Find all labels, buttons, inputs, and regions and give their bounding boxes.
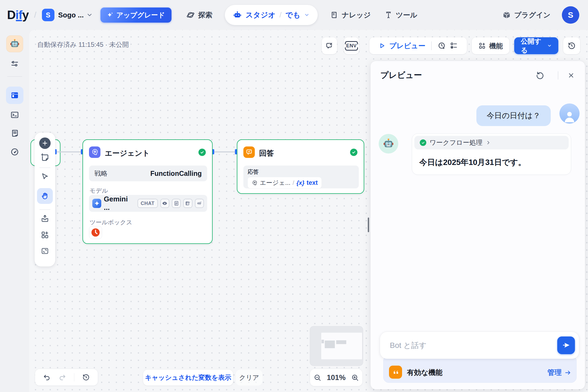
show-cached-variables-button[interactable]: キャッシュされた変数を表示 xyxy=(143,370,233,385)
toolbar-divider xyxy=(431,41,432,50)
chat-x-icon xyxy=(325,42,333,50)
current-app-name[interactable]: でも xyxy=(285,10,300,20)
publish-label: 公開する xyxy=(521,37,544,55)
workspace-name[interactable]: Sogo ... xyxy=(58,11,84,19)
bot-message-bubble: ワークフロー処理 今日は2025年10月31日です。 xyxy=(412,133,571,175)
logo-y: y xyxy=(22,8,29,22)
user-message-bubble: 今日の日付は？ xyxy=(476,105,551,126)
agent-node-icon xyxy=(89,146,100,158)
sparkle-icon xyxy=(107,12,114,18)
preview-panel-title: プレビュー xyxy=(380,70,422,81)
publish-chevron-icon xyxy=(547,43,552,48)
import-dsl-button[interactable] xyxy=(41,214,49,223)
plus-icon xyxy=(42,140,48,146)
sidebar-item-monitoring[interactable] xyxy=(10,148,19,156)
env-icon: ENV xyxy=(345,41,358,50)
workspace-avatar[interactable]: S xyxy=(42,9,54,21)
run-history-icon[interactable] xyxy=(438,42,446,50)
panel-header-divider xyxy=(558,71,558,79)
play-icon xyxy=(378,42,385,49)
answer-node-icon xyxy=(243,146,255,158)
agent-model-row: Gemini ... CHAT xyxy=(89,195,207,212)
account-avatar[interactable]: S xyxy=(562,6,579,24)
env-variables-button[interactable]: ENV xyxy=(344,37,359,54)
cursor-icon xyxy=(41,172,49,181)
nav-tools[interactable]: ツール xyxy=(384,10,417,20)
checklist-icon[interactable] xyxy=(450,42,458,50)
left-sidebar xyxy=(0,30,29,392)
palette-divider xyxy=(39,167,50,168)
edge-agent-answer xyxy=(213,151,236,152)
blocks-plus-icon xyxy=(41,231,49,239)
sidebar-item-logs[interactable] xyxy=(10,129,19,138)
variable-slash: / xyxy=(293,179,294,186)
strategy-value: FunctionCalling xyxy=(150,170,202,177)
current-time-tool[interactable] xyxy=(89,226,102,239)
undo-icon[interactable] xyxy=(43,373,51,381)
zoom-out-icon[interactable] xyxy=(314,374,321,381)
logo-if: if xyxy=(16,8,22,22)
controls-divider xyxy=(74,373,75,381)
fit-view-button[interactable] xyxy=(41,247,49,255)
robot-head-icon xyxy=(233,11,242,19)
agent-head-small-icon xyxy=(252,180,258,186)
app-chevron-down-icon[interactable] xyxy=(304,12,310,18)
model-type-badge: CHAT xyxy=(137,199,158,208)
quote-icon xyxy=(392,368,399,376)
redo-icon-disabled[interactable] xyxy=(59,373,66,381)
planet-icon xyxy=(186,11,195,19)
app-icon[interactable] xyxy=(6,35,23,52)
canvas-tool-palette xyxy=(35,133,55,267)
nav-studio-active[interactable]: スタジオ / でも xyxy=(225,5,318,25)
close-panel-button[interactable] xyxy=(568,72,575,79)
dify-logo[interactable]: Dify xyxy=(7,8,29,22)
enabled-features-bar[interactable]: 有効な機能 管理 xyxy=(383,356,577,383)
add-node-button[interactable] xyxy=(39,137,51,149)
change-history-icon[interactable] xyxy=(82,373,90,381)
user-avatar xyxy=(559,103,580,124)
preview-run-button[interactable]: プレビュー xyxy=(369,37,467,54)
answer-success-icon xyxy=(350,149,357,156)
app-settings-icon[interactable] xyxy=(10,59,19,68)
audio-capability-badge xyxy=(195,199,204,208)
agent-node[interactable]: エージェント 戦略 FunctionCalling モデル Gemini ...… xyxy=(82,139,213,244)
publish-button[interactable]: 公開する xyxy=(514,37,558,54)
answer-node[interactable]: 回答 応答 エージェ... / {x} text xyxy=(237,139,364,194)
variable-reference[interactable]: エージェ... / {x} text xyxy=(248,177,321,188)
video-icon xyxy=(185,201,191,206)
workflow-process-chip[interactable]: ワークフロー処理 xyxy=(414,136,569,149)
nav-explore[interactable]: 探索 xyxy=(186,10,212,20)
edge-start-agent xyxy=(55,151,83,152)
sidebar-item-orchestrate[interactable] xyxy=(6,87,23,104)
manage-features-link[interactable]: 管理 xyxy=(531,368,571,377)
terminal-icon xyxy=(10,111,19,119)
chat-input[interactable] xyxy=(390,332,548,359)
hand-mode-button-active[interactable] xyxy=(37,188,53,204)
clear-button[interactable]: クリア xyxy=(236,370,262,385)
panel-resize-handle[interactable] xyxy=(368,218,369,232)
nav-plugins[interactable]: プラグイン xyxy=(502,10,550,20)
features-button[interactable]: 機能 xyxy=(472,37,509,54)
version-history-button[interactable] xyxy=(563,37,580,54)
zoom-in-icon[interactable] xyxy=(351,374,359,381)
pointer-mode-button[interactable] xyxy=(41,172,49,181)
chevron-down-icon[interactable] xyxy=(86,12,93,18)
model-label: モデル xyxy=(90,187,108,195)
upgrade-button[interactable]: アップグレード xyxy=(100,7,171,23)
minimap[interactable] xyxy=(310,326,363,366)
organize-blocks-button[interactable] xyxy=(41,231,49,239)
vision-capability-badge xyxy=(160,199,169,208)
bubble-check-icon xyxy=(246,149,253,156)
reset-icon xyxy=(536,71,544,79)
nav-plugins-label: プラグイン xyxy=(514,10,550,20)
send-button[interactable] xyxy=(557,336,575,354)
checklist-bubble-button[interactable] xyxy=(322,37,337,54)
hand-icon xyxy=(41,192,49,200)
answer-node-title: 回答 xyxy=(259,148,274,158)
opening-statement-icon xyxy=(389,366,402,379)
document-capability-badge xyxy=(172,199,181,208)
nav-knowledge[interactable]: ナレッジ xyxy=(330,10,370,20)
add-note-button[interactable] xyxy=(40,153,50,162)
sidebar-item-api-terminal[interactable] xyxy=(10,111,19,119)
restart-conversation-button[interactable] xyxy=(536,71,544,79)
